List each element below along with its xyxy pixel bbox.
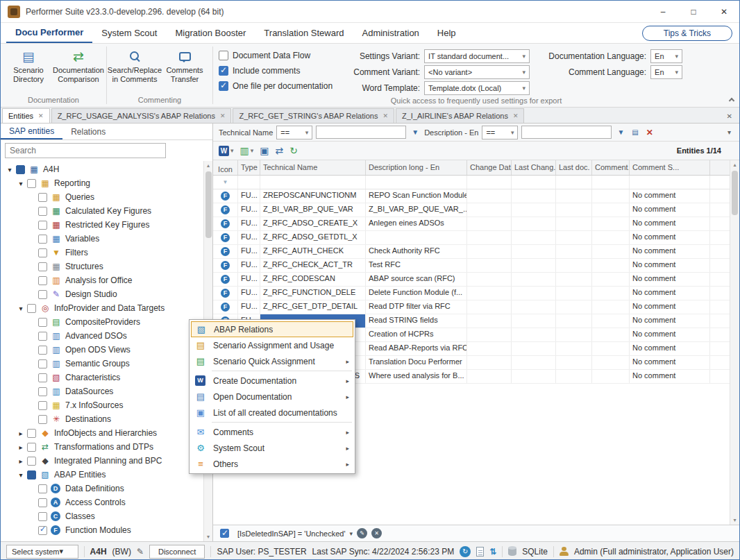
tree-item[interactable]: ▦ A4H (1, 162, 203, 176)
menu-item-others[interactable]: ≡ Others ▸ (191, 456, 353, 472)
transfer-icon[interactable]: ⇅ (489, 547, 496, 557)
menu-item-open-documentation[interactable]: ▤ Open Documentation ▸ (191, 389, 353, 405)
close-filter-button[interactable]: ✕ (371, 528, 382, 538)
edit-filter-button[interactable]: ✎ (357, 528, 367, 538)
tab-entities[interactable]: Entities ✕ (2, 108, 50, 123)
tree-item[interactable]: ▥ Advanced DSOs (1, 329, 203, 343)
scrollbar-thumb[interactable] (732, 171, 738, 215)
tree-checkbox[interactable] (38, 207, 47, 216)
tree-item[interactable]: ▥ Open ODS Views (1, 343, 203, 357)
tree-item[interactable]: ▦ Structures (1, 260, 203, 273)
tab-relations[interactable]: Relations (62, 124, 114, 139)
footer-filter-dropdown-icon[interactable]: ▾ (350, 530, 353, 537)
scrollbar-thumb[interactable] (205, 171, 212, 238)
menu-tab-help[interactable]: Help (428, 23, 465, 43)
edit-filter-icon[interactable]: ▼ (615, 128, 626, 136)
tree-item[interactable]: ▦ Queries (1, 190, 203, 204)
description-filter-input[interactable] (521, 126, 612, 139)
tab-z-i-airline[interactable]: Z_I_AIRLINE's ABAP Relations ✕ (396, 108, 524, 123)
tree-checkbox[interactable] (38, 262, 47, 271)
column-header-description[interactable]: Description long - En (366, 160, 467, 175)
filter-grid-icon[interactable]: ▤ (630, 128, 640, 136)
menu-tab-migration-booster[interactable]: Migration Booster (166, 23, 255, 43)
tree-checkbox[interactable] (38, 484, 47, 493)
tree-expander-icon[interactable] (16, 443, 26, 451)
maximize-button[interactable]: □ (678, 1, 709, 22)
menu-tab-translation-steward[interactable]: Translation Steward (255, 23, 353, 43)
tree-item[interactable]: ▦ 7.x InfoSources (1, 398, 203, 412)
tree-item[interactable]: ▦ Variables (1, 232, 203, 246)
documentation-comparison-button[interactable]: ⇄ Documentation Comparison (53, 46, 103, 86)
settings-variant-combo[interactable]: IT standard document... ▾ (424, 49, 530, 63)
table-row[interactable]: F FU... Z_RFC_CHECK_ACT_TR Test RFC No c… (213, 259, 739, 273)
tree-checkbox[interactable] (38, 401, 47, 410)
tree-expander-icon[interactable] (5, 166, 15, 173)
tree-checkbox[interactable] (38, 359, 47, 368)
tree-checkbox[interactable] (38, 193, 47, 202)
tree-checkbox[interactable] (38, 498, 47, 507)
scroll-up-icon[interactable]: ▴ (207, 161, 210, 170)
table-row[interactable]: F FU... Z_RFC_AUTH_CHECK Check Authority… (213, 245, 739, 259)
menu-item-system-scout[interactable]: ⚙ System Scout ▸ (191, 440, 353, 456)
disconnect-button[interactable]: Disconnect (149, 545, 205, 559)
description-operator-combo[interactable]: == ▾ (482, 126, 518, 139)
tree-checkbox[interactable] (27, 457, 36, 466)
footer-filter-checkbox[interactable] (220, 529, 229, 538)
tree-expander-icon[interactable] (16, 180, 26, 187)
table-row[interactable]: F FU... Z_RFC_ADSO_GETDTL_X No comment (213, 231, 739, 245)
search-replace-comments-button[interactable]: Search/Replace in Comments (110, 46, 160, 86)
column-header-last-changed[interactable]: Last Chang... (512, 160, 556, 175)
close-tab-icon[interactable]: ✕ (513, 112, 519, 119)
tab-z-rfc-get-string[interactable]: Z_RFC_GET_STRING's ABAP Relations ✕ (233, 108, 394, 123)
tree-item[interactable]: ▧ ABAP Entities (1, 468, 203, 482)
tree-checkbox[interactable] (27, 429, 36, 438)
copy-button[interactable]: ▣ (260, 145, 269, 156)
tree-item[interactable]: ▧ Characteristics (1, 371, 203, 384)
checkbox-one-file-per-documentation[interactable]: One file per documentation (219, 78, 333, 94)
scroll-down-icon[interactable]: ▾ (207, 532, 210, 541)
table-row[interactable]: F FU... Z_RFC_GET_DTP_DETAIL Read DTP fi… (213, 300, 739, 314)
funnel-icon[interactable]: ▼ (410, 128, 421, 136)
tree-checkbox[interactable] (38, 526, 47, 535)
comment-variant-combo[interactable]: <No variant> ▾ (424, 65, 530, 79)
filter-options-chevron-icon[interactable]: ▾ (728, 128, 734, 136)
close-tab-icon[interactable]: ✕ (38, 112, 44, 119)
tree-checkbox[interactable] (16, 165, 25, 174)
menu-item-scenario-quick-assignment[interactable]: ▤ Scenario Quick Assignment ▸ (191, 353, 353, 369)
tree-item[interactable]: ◆ InfoObjects and Hierarchies (1, 426, 203, 440)
tree-item[interactable]: A Access Controls (1, 495, 203, 509)
tree-item[interactable]: ▼ Filters (1, 246, 203, 260)
tab-z-rfc-usage-analysis[interactable]: Z_RFC_USAGE_ANALYSIS's ABAP Relations ✕ (51, 108, 232, 123)
column-header-comment[interactable]: Comment... (592, 160, 630, 175)
comment-language-combo[interactable]: En ▾ (650, 65, 682, 79)
tree-checkbox[interactable] (38, 332, 47, 341)
technical-name-filter-input[interactable] (316, 126, 406, 139)
refresh-button[interactable]: ↻ (289, 145, 298, 156)
menu-item-scenario-assignment-and-usage[interactable]: ▤ Scenario Assignment and Usage (191, 337, 353, 353)
minimize-button[interactable]: – (648, 1, 678, 22)
checkbox-include-comments[interactable]: Include comments (219, 63, 333, 78)
tree-item[interactable]: ▦ Reporting (1, 176, 203, 190)
table-row[interactable]: F FU... Z_BI_VAR_BP_QUE_VAR Z_BI_VAR_BP_… (213, 203, 739, 217)
tree-checkbox[interactable] (38, 248, 47, 257)
tree-checkbox[interactable] (38, 512, 47, 521)
search-input[interactable] (5, 143, 166, 158)
table-row[interactable]: F FU... Z_RFC_ADSO_CREATE_X Anlegen eine… (213, 217, 739, 231)
tree-checkbox[interactable] (38, 415, 47, 424)
select-system-combo[interactable]: Select system ▾ (6, 545, 78, 559)
menu-item-create-documentation[interactable]: W Create Documentation ▸ (191, 373, 353, 389)
close-button[interactable]: ✕ (709, 1, 739, 22)
tree-checkbox[interactable] (38, 318, 47, 327)
tree-checkbox[interactable] (27, 470, 36, 480)
column-header-last-doc[interactable]: Last doc. (556, 160, 592, 175)
tree-expander-icon[interactable] (16, 430, 26, 437)
sync-refresh-icon[interactable]: ↻ (460, 546, 471, 557)
technical-name-operator-combo[interactable]: == ▾ (276, 126, 312, 139)
tree-expander-icon[interactable] (16, 305, 26, 312)
tree-expander-icon[interactable] (16, 471, 26, 479)
tree-checkbox[interactable] (27, 443, 36, 452)
menu-tab-system-scout[interactable]: System Scout (92, 23, 166, 43)
auto-filter-row[interactable]: ▼ (213, 176, 739, 189)
tree-checkbox[interactable] (38, 373, 47, 382)
tree-item[interactable]: ▦ Restricted Key Figures (1, 218, 203, 232)
